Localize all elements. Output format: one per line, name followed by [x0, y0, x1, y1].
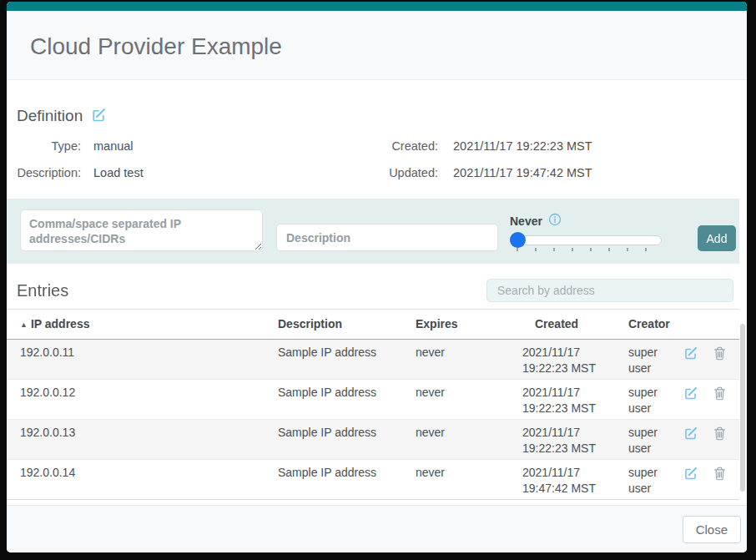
trash-icon — [713, 346, 726, 363]
delete-entry-button[interactable] — [713, 386, 726, 403]
close-button[interactable]: Close — [683, 516, 741, 543]
delete-entry-button[interactable] — [713, 467, 726, 483]
cell-created: 2021/11/1719:47:42 MST — [509, 465, 622, 497]
scrollbar-thumb[interactable] — [740, 324, 745, 492]
cell-creator: super user — [622, 425, 672, 457]
cell-creator: super user — [622, 465, 672, 497]
edit-icon — [683, 346, 698, 363]
slider-ticks — [510, 245, 662, 251]
cell-ip: 192.0.0.14 — [7, 465, 271, 481]
column-header-created[interactable]: Created — [509, 316, 622, 333]
edit-entry-button[interactable] — [683, 426, 698, 443]
description-value: Load test — [93, 165, 144, 180]
table-row: 192.0.0.14 Sample IP address never 2021/… — [7, 460, 739, 500]
delete-entry-button[interactable] — [713, 346, 726, 363]
info-icon[interactable] — [548, 213, 562, 230]
definition-description-row: Description: Load test — [17, 165, 375, 180]
cell-creator: super user — [622, 385, 672, 416]
updated-value: 2021/11/17 19:47:42 MST — [453, 165, 592, 180]
definition-type-row: Type: manual — [17, 139, 375, 154]
table-row: 192.0.0.13 Sample IP address never 2021/… — [7, 420, 739, 460]
cloud-provider-modal: Cloud Provider Example Definition — [7, 2, 747, 552]
table-row: 192.0.0.11 Sample IP address never 2021/… — [7, 340, 739, 380]
definition-created-row: Created: 2021/11/17 19:22:23 MST — [375, 139, 729, 154]
expiration-slider[interactable] — [510, 235, 662, 245]
cell-expires: never — [409, 345, 509, 361]
cell-description: Sample IP address — [271, 385, 409, 401]
table-header-row: ▲IP address Description Expires Created … — [7, 309, 739, 340]
column-header-creator[interactable]: Creator — [622, 316, 672, 333]
entries-table: ▲IP address Description Expires Created … — [7, 309, 739, 500]
edit-icon — [683, 386, 698, 403]
edit-entry-button[interactable] — [683, 386, 698, 403]
entries-heading: Entries — [17, 281, 68, 300]
add-button[interactable]: Add — [698, 225, 736, 251]
modal-body: Definition Type: m — [7, 80, 747, 505]
table-row: 192.0.0.12 Sample IP address never 2021/… — [7, 380, 739, 420]
add-entry-bar: Never — [7, 199, 739, 264]
type-value: manual — [93, 139, 134, 154]
created-value: 2021/11/17 19:22:23 MST — [453, 139, 592, 154]
trash-icon — [713, 467, 726, 483]
cell-expires: never — [409, 465, 509, 481]
edit-entry-button[interactable] — [683, 346, 698, 363]
definition-heading: Definition — [17, 107, 83, 125]
cell-description: Sample IP address — [271, 425, 409, 441]
edit-icon — [683, 467, 698, 483]
page-title: Cloud Provider Example — [30, 33, 723, 61]
column-header-description[interactable]: Description — [271, 316, 409, 333]
trash-icon — [713, 386, 726, 403]
cell-ip: 192.0.0.11 — [7, 345, 271, 361]
column-header-expires[interactable]: Expires — [409, 316, 509, 333]
cell-expires: never — [409, 425, 509, 441]
cell-ip: 192.0.0.13 — [7, 425, 271, 441]
entry-description-input[interactable] — [276, 224, 498, 251]
edit-icon — [91, 108, 106, 125]
edit-entry-button[interactable] — [683, 467, 698, 483]
trash-icon — [713, 426, 726, 443]
definition-updated-row: Updated: 2021/11/17 19:47:42 MST — [375, 165, 729, 180]
sort-asc-icon: ▲ — [20, 320, 28, 329]
modal-header: Cloud Provider Example — [7, 11, 747, 80]
cell-expires: never — [409, 385, 509, 401]
cell-description: Sample IP address — [271, 345, 409, 361]
description-label: Description: — [17, 165, 81, 180]
cell-ip: 192.0.0.12 — [7, 385, 271, 401]
expiration-control: Never — [510, 213, 662, 251]
cell-creator: super user — [622, 345, 672, 376]
modal-accent-bar — [7, 2, 747, 11]
column-header-ip[interactable]: ▲IP address — [7, 316, 271, 333]
cell-created: 2021/11/1719:22:23 MST — [509, 425, 622, 457]
definition-section: Definition Type: m — [7, 80, 739, 180]
edit-icon — [683, 426, 698, 443]
ip-addresses-input[interactable] — [20, 209, 263, 251]
cell-created: 2021/11/1719:22:23 MST — [509, 385, 622, 416]
type-label: Type: — [17, 139, 81, 154]
modal-footer: Close — [7, 505, 747, 552]
slider-track[interactable] — [510, 235, 662, 245]
delete-entry-button[interactable] — [713, 426, 726, 443]
edit-definition-button[interactable] — [91, 108, 106, 125]
slider-handle[interactable] — [510, 232, 526, 248]
cell-created: 2021/11/1719:22:23 MST — [509, 345, 622, 376]
entries-header: Entries — [17, 279, 733, 302]
created-label: Created: — [375, 139, 438, 154]
updated-label: Updated: — [375, 165, 438, 180]
expiration-value-label: Never — [510, 214, 542, 228]
search-input[interactable] — [486, 279, 733, 302]
cell-description: Sample IP address — [271, 465, 409, 481]
